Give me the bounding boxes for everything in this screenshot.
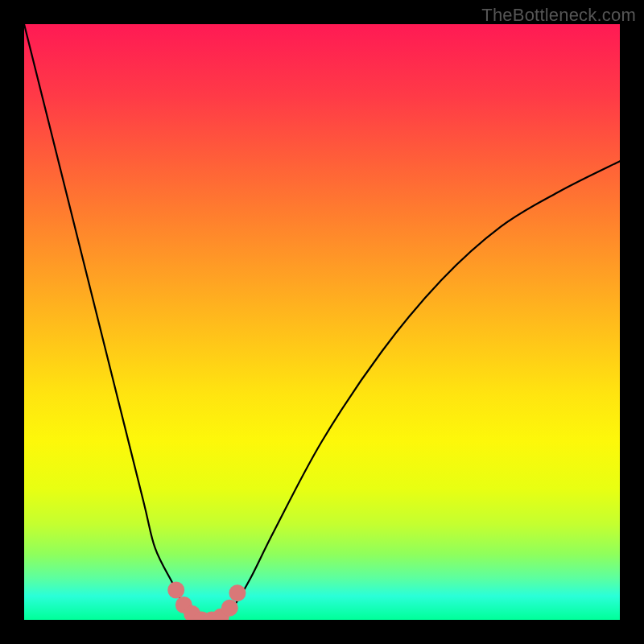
plot-area (24, 24, 620, 620)
marker-dot (167, 582, 184, 599)
bottom-dots (167, 582, 246, 621)
marker-dot (221, 600, 238, 617)
chart-container: TheBottleneck.com (0, 0, 644, 644)
watermark-label: TheBottleneck.com (481, 5, 636, 26)
curve-svg (24, 24, 620, 620)
bottleneck-curve (24, 24, 620, 620)
marker-dot (229, 584, 246, 601)
